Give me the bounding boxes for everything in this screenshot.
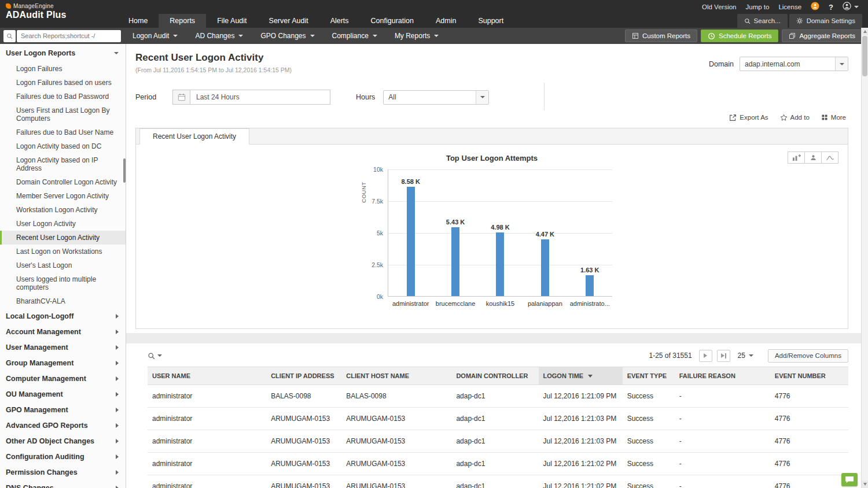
bar-group: 4.47 Kpalaniappan [524, 169, 567, 296]
toolbar-menu[interactable]: GPO Changes [252, 28, 323, 44]
export-as-link[interactable]: Export As [729, 113, 768, 122]
hours-select[interactable]: All [383, 90, 489, 105]
aggregate-reports-button[interactable]: Aggregate Reports [782, 29, 862, 42]
sidebar-section[interactable]: Computer Management [0, 371, 126, 386]
help-icon[interactable]: ? [829, 3, 833, 12]
scrollbar-thumb[interactable] [862, 36, 867, 76]
domain-select[interactable]: adap.internal.com [740, 57, 848, 71]
sidebar-section[interactable]: Account Management [0, 324, 126, 339]
column-header-label: CLIENT IP ADDRESS [271, 372, 334, 379]
sidebar-section[interactable]: Other AD Object Changes [0, 433, 126, 449]
nav-item[interactable]: Admin [425, 14, 467, 28]
nav-item[interactable]: Support [467, 14, 514, 28]
custom-reports-button[interactable]: Custom Reports [625, 29, 697, 42]
sidebar-section[interactable]: DNS Changes [0, 480, 126, 488]
nav-item[interactable]: Configuration [360, 14, 425, 28]
nav-item[interactable]: Alerts [319, 14, 360, 28]
sidebar-item[interactable]: Users logged into multiple computers [0, 272, 126, 294]
sidebar-scroll-handle[interactable] [123, 158, 126, 183]
sidebar-item[interactable]: Failures due to Bad User Name [0, 125, 126, 139]
sidebar-section[interactable]: Permission Changes [0, 464, 126, 480]
sidebar-section[interactable]: User Management [0, 339, 126, 355]
community-icon[interactable] [811, 2, 819, 12]
sidebar-item[interactable]: Logon Activity based on DC [0, 139, 126, 153]
sidebar-item[interactable]: Logon Failures [0, 62, 126, 76]
nav-item[interactable]: Reports [159, 14, 206, 28]
table-row[interactable]: administrator ARUMUGAM-0153 ARUMUGAM-015… [148, 453, 848, 475]
nav-item[interactable]: File Audit [206, 14, 258, 28]
bar[interactable] [541, 239, 549, 296]
sidebar-section[interactable]: Configuration Auditing [0, 449, 126, 464]
column-header[interactable]: LOGON TIME [539, 367, 623, 385]
sidebar-section[interactable]: OU Management [0, 386, 126, 402]
sidebar-item[interactable]: Logon Failures based on users [0, 76, 126, 90]
global-search-button[interactable]: Search... [737, 14, 788, 28]
table-row[interactable]: administrator ARUMUGAM-0153 ARUMUGAM-015… [148, 475, 848, 488]
toolbar-menu[interactable]: My Reports [386, 28, 447, 44]
bar[interactable] [496, 232, 504, 296]
domain-settings-button[interactable]: Domain Settings [789, 14, 862, 28]
sidebar-section[interactable]: Group Management [0, 355, 126, 371]
table-row[interactable]: administrator BALAS-0098 BALAS-0098 adap… [148, 385, 848, 408]
column-header[interactable]: USER NAME [148, 367, 266, 385]
last-page-button[interactable] [717, 350, 730, 362]
column-header[interactable]: FAILURE REASON [675, 367, 770, 385]
column-header[interactable]: CLIENT IP ADDRESS [266, 367, 341, 385]
table-row[interactable]: administrator ARUMUGAM-0153 ARUMUGAM-015… [148, 408, 848, 430]
chat-icon[interactable] [841, 473, 858, 486]
chart-top-users-button[interactable] [804, 151, 822, 164]
sidebar-item[interactable]: Member Server Logon Activity [0, 189, 126, 203]
sidebar-item[interactable]: Last Logon on Workstations [0, 245, 126, 258]
sidebar-item[interactable]: Logon Activity based on IP Address [0, 153, 126, 175]
vertical-scrollbar[interactable] [861, 28, 868, 488]
sidebar-section[interactable]: Local Logon-Logoff [0, 308, 126, 324]
nav-item[interactable]: Home [117, 14, 159, 28]
add-remove-columns-button[interactable]: Add/Remove Columns [768, 349, 848, 363]
sidebar-item[interactable]: Workstation Logon Activity [0, 203, 126, 217]
more-link[interactable]: More [821, 113, 846, 122]
bar[interactable] [451, 227, 459, 296]
table-search-button[interactable] [148, 352, 162, 360]
column-header[interactable]: EVENT TYPE [623, 367, 675, 385]
sidebar-item[interactable]: User's Last Logon [0, 258, 126, 272]
chart-type-bar-button[interactable] [788, 151, 805, 164]
sidebar-item[interactable]: Recent User Logon Activity [0, 231, 126, 245]
nav-item[interactable]: Server Audit [258, 14, 319, 28]
schedule-reports-button[interactable]: Schedule Reports [701, 29, 778, 42]
sidebar-section[interactable]: GPO Management [0, 402, 126, 417]
column-header[interactable]: EVENT NUMBER [770, 367, 848, 385]
table-row[interactable]: administrator ARUMUGAM-0153 ARUMUGAM-015… [148, 430, 848, 453]
bar[interactable] [586, 275, 594, 296]
page-size-select[interactable]: 25 [735, 352, 756, 360]
report-search-icon[interactable] [3, 30, 16, 42]
bar[interactable] [407, 187, 415, 296]
column-header[interactable]: DOMAIN CONTROLLER [451, 367, 538, 385]
sidebar-section-user-logon-reports[interactable]: User Logon Reports [0, 44, 126, 62]
toolbar-menu[interactable]: Logon Audit [124, 28, 186, 44]
toolbar-menu[interactable]: AD Changes [186, 28, 252, 44]
sidebar-item[interactable]: Users First and Last Logon By Computers [0, 103, 126, 125]
scroll-up-button[interactable] [862, 28, 868, 35]
pagination-info: 1-25 of 31551 [649, 352, 692, 360]
brand-logo[interactable]: ManageEngine ADAudit Plus [0, 0, 126, 28]
period-field[interactable]: Last 24 Hours [190, 90, 330, 105]
scroll-down-button[interactable] [862, 480, 868, 488]
account-menu[interactable] [843, 2, 859, 12]
sidebar-item[interactable]: Failures due to Bad Password [0, 90, 126, 103]
sidebar-item[interactable]: BharathCV-ALA [0, 294, 126, 308]
cell-client-host: ARUMUGAM-0153 [341, 430, 451, 453]
report-search-input[interactable] [17, 30, 121, 42]
calendar-button[interactable] [172, 90, 190, 105]
sidebar-item[interactable]: Domain Controller Logon Activity [0, 175, 126, 189]
topbar-link[interactable]: License [778, 3, 801, 10]
column-header[interactable]: CLIENT HOST NAME [341, 367, 451, 385]
sidebar-section[interactable]: Advanced GPO Reports [0, 417, 126, 433]
tab-recent-user-logon-activity[interactable]: Recent User Logon Activity [139, 128, 249, 145]
toolbar-menu[interactable]: Compliance [323, 28, 386, 44]
topbar-link[interactable]: Old Version [702, 3, 736, 10]
next-page-button[interactable] [699, 350, 712, 362]
add-to-link[interactable]: Add to [780, 113, 810, 122]
topbar-link[interactable]: Jump to [745, 3, 769, 10]
chart-type-line-button[interactable] [821, 151, 838, 164]
sidebar-item[interactable]: User Logon Activity [0, 217, 126, 231]
